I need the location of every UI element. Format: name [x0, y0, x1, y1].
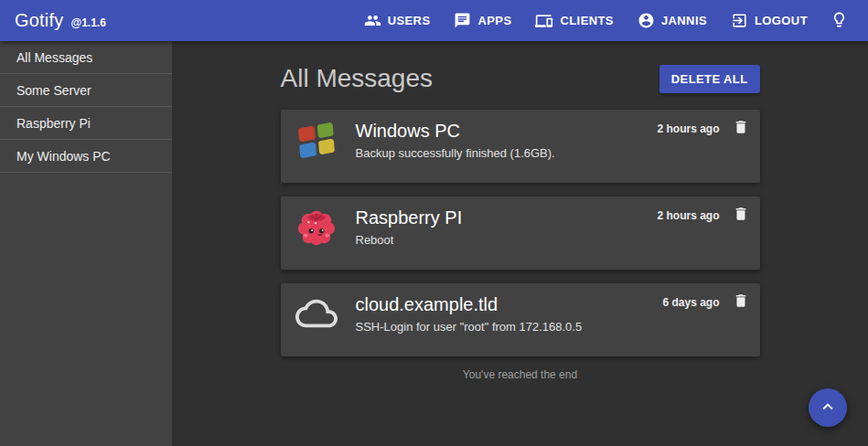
apps-icon: [454, 12, 471, 29]
trash-icon: [733, 298, 749, 312]
sidebar-item-label: All Messages: [16, 50, 92, 65]
message-card: Raspberry PI Reboot 2 hours ago: [281, 196, 760, 270]
top-navbar: Gotify @1.1.6 USERS APPS CLIENTS JA: [0, 0, 868, 41]
nav-users-button[interactable]: USERS: [352, 5, 443, 37]
delete-message-button[interactable]: [733, 119, 749, 138]
app-version: @1.1.6: [70, 16, 105, 29]
users-icon: [364, 12, 381, 29]
page-title: All Messages: [281, 64, 434, 93]
delete-message-button[interactable]: [733, 292, 749, 312]
navbar-actions: USERS APPS CLIENTS JANNIS LOGOUT: [352, 4, 853, 38]
chevron-up-icon: [818, 397, 838, 419]
message-title: cloud.example.tld: [356, 293, 583, 315]
sidebar-item-my-windows-pc[interactable]: My Windows PC: [0, 140, 172, 173]
message-timestamp: 2 hours ago: [657, 122, 719, 135]
message-card: cloud.example.tld SSH-Login for user "ro…: [281, 283, 760, 356]
windows-logo: [295, 119, 338, 161]
nav-clients-label: CLIENTS: [560, 14, 613, 27]
cloud-icon: [295, 292, 338, 334]
end-of-list-text: You've reached the end: [281, 368, 760, 381]
theme-toggle-button[interactable]: [820, 4, 853, 38]
message-body: Reboot: [356, 233, 463, 247]
brand: Gotify @1.1.6: [15, 10, 106, 31]
page-header: All Messages DELETE ALL: [281, 64, 760, 93]
sidebar-item-all-messages[interactable]: All Messages: [0, 41, 172, 74]
main-content: All Messages DELETE ALL Windows PC Backu…: [172, 41, 868, 446]
app-title: Gotify: [15, 10, 63, 31]
lightbulb-icon: [830, 17, 848, 31]
nav-apps-label: APPS: [477, 14, 511, 27]
raspberry-logo: [295, 206, 338, 248]
message-card: Windows PC Backup successfully finished …: [281, 110, 760, 183]
sidebar-item-label: Raspberry Pi: [16, 116, 91, 131]
message-body: Backup successfully finished (1.6GB).: [356, 146, 555, 160]
sidebar-item-some-server[interactable]: Some Server: [0, 74, 172, 107]
message-text: Raspberry PI Reboot: [356, 206, 463, 247]
trash-icon: [733, 124, 749, 138]
delete-message-button[interactable]: [733, 206, 749, 225]
nav-clients-button[interactable]: CLIENTS: [523, 5, 625, 37]
nav-logout-button[interactable]: LOGOUT: [719, 5, 820, 37]
message-title: Raspberry PI: [356, 207, 463, 228]
scroll-to-top-button[interactable]: [809, 388, 847, 427]
trash-icon: [733, 211, 749, 225]
message-title: Windows PC: [356, 120, 555, 142]
nav-users-label: USERS: [388, 14, 431, 27]
message-meta: 6 days ago: [662, 292, 748, 312]
message-text: cloud.example.tld SSH-Login for user "ro…: [356, 292, 583, 334]
message-meta: 2 hours ago: [657, 119, 748, 138]
nav-user-label: JANNIS: [661, 14, 707, 27]
nav-apps-button[interactable]: APPS: [442, 5, 523, 37]
message-timestamp: 6 days ago: [662, 296, 719, 309]
sidebar-item-raspberry-pi[interactable]: Raspberry Pi: [0, 107, 172, 140]
nav-user-button[interactable]: JANNIS: [626, 5, 719, 37]
logout-icon: [731, 12, 748, 29]
sidebar-item-label: My Windows PC: [16, 149, 111, 164]
delete-all-button[interactable]: DELETE ALL: [659, 65, 760, 93]
message-text: Windows PC Backup successfully finished …: [356, 119, 555, 160]
sidebar-item-label: Some Server: [16, 83, 91, 98]
clients-icon: [535, 12, 553, 30]
message-body: SSH-Login for user "root" from 172.168.0…: [356, 320, 583, 334]
message-meta: 2 hours ago: [657, 206, 748, 225]
message-timestamp: 2 hours ago: [657, 209, 719, 222]
account-icon: [638, 12, 655, 29]
nav-logout-label: LOGOUT: [755, 14, 808, 27]
sidebar: All Messages Some Server Raspberry Pi My…: [0, 41, 172, 446]
